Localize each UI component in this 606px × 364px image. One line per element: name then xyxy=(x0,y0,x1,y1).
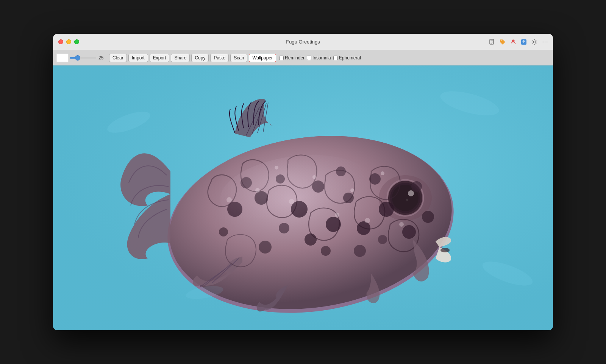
insomnia-checkbox[interactable] xyxy=(307,56,311,60)
svg-point-41 xyxy=(219,227,228,236)
svg-point-35 xyxy=(379,202,394,217)
svg-point-42 xyxy=(259,241,272,254)
tag-icon[interactable] xyxy=(499,39,506,45)
reminder-checkbox[interactable] xyxy=(279,56,284,60)
maximize-button[interactable] xyxy=(74,39,79,44)
svg-point-47 xyxy=(422,211,434,223)
minimize-button[interactable] xyxy=(66,39,71,44)
options-checkboxes: Reminder Insomnia Ephemeral xyxy=(279,55,362,61)
ephemeral-checkbox-label[interactable]: Ephemeral xyxy=(333,55,361,61)
import-button[interactable]: Import xyxy=(128,54,148,62)
svg-point-4 xyxy=(501,40,502,41)
app-window: Fugu Greetings ⋯ 25 xyxy=(53,34,553,330)
svg-point-43 xyxy=(321,246,331,256)
reminder-label: Reminder xyxy=(285,55,305,61)
canvas-area[interactable] xyxy=(53,65,553,330)
wallpaper-button[interactable]: Wallpaper xyxy=(249,54,276,62)
svg-point-46 xyxy=(411,181,422,192)
scan-button[interactable]: Scan xyxy=(230,54,247,62)
brush-size-slider[interactable] xyxy=(70,57,96,59)
svg-point-45 xyxy=(402,225,416,239)
new-doc-icon[interactable] xyxy=(489,39,495,45)
fish-image xyxy=(53,65,553,330)
svg-point-58 xyxy=(399,222,404,227)
insomnia-label: Insomnia xyxy=(312,55,331,61)
toolbar: 25 Clear Import Export Share Copy Paste … xyxy=(53,50,553,65)
share-icon[interactable] xyxy=(520,39,527,45)
window-title: Fugu Greetings xyxy=(286,39,320,45)
svg-point-5 xyxy=(512,40,514,42)
gear-icon[interactable] xyxy=(531,39,538,45)
paste-button[interactable]: Paste xyxy=(210,54,229,62)
svg-point-44 xyxy=(354,245,366,257)
insomnia-checkbox-label[interactable]: Insomnia xyxy=(307,55,331,61)
titlebar-actions: ⋯ xyxy=(489,39,548,45)
svg-point-7 xyxy=(534,41,536,43)
share-button[interactable]: Share xyxy=(171,54,190,62)
brush-size-control: 25 xyxy=(70,55,106,61)
traffic-lights xyxy=(53,39,79,44)
brush-size-value: 25 xyxy=(98,55,106,61)
clear-button[interactable]: Clear xyxy=(109,54,127,62)
more-icon[interactable]: ⋯ xyxy=(542,39,548,45)
copy-button[interactable]: Copy xyxy=(191,54,209,62)
svg-point-19 xyxy=(440,248,450,252)
svg-point-56 xyxy=(381,171,384,175)
close-button[interactable] xyxy=(58,39,63,44)
color-swatch[interactable] xyxy=(56,54,68,62)
svg-point-48 xyxy=(378,235,387,244)
ephemeral-checkbox[interactable] xyxy=(333,56,338,60)
svg-point-37 xyxy=(305,233,317,246)
person-icon[interactable] xyxy=(510,39,517,45)
svg-point-55 xyxy=(365,218,370,223)
export-button[interactable]: Export xyxy=(150,54,170,62)
ephemeral-label: Ephemeral xyxy=(339,55,361,61)
titlebar: Fugu Greetings ⋯ xyxy=(53,34,553,50)
reminder-checkbox-label[interactable]: Reminder xyxy=(279,55,305,61)
